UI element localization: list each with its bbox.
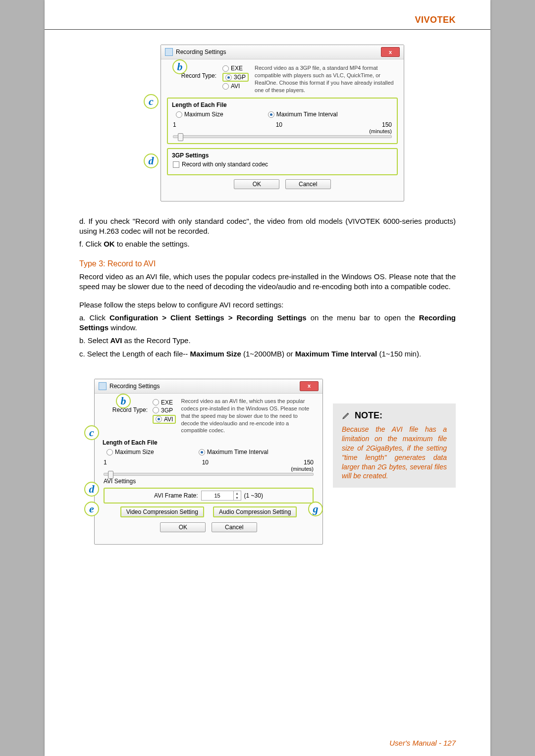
- callout-e: e: [84, 502, 99, 516]
- step-d: d. If you check "Record with only standa…: [79, 216, 456, 237]
- page-footer: User's Manual - 127: [389, 739, 456, 747]
- type3-p2: Please follow the steps below to configu…: [79, 300, 456, 310]
- record-type-exe[interactable]: EXE: [222, 65, 249, 72]
- avi-settings-section: AVI Settings AVI Frame Rate: 15 ▲▼ (1 ~3…: [101, 477, 317, 518]
- record-type-avi[interactable]: AVI: [153, 415, 176, 424]
- step-c: c. Select the Length of each file-- Maxi…: [79, 349, 456, 359]
- note-text: Because the AVI file has a limitation on…: [342, 425, 447, 481]
- callout-b: b: [116, 394, 131, 408]
- close-button[interactable]: x: [381, 47, 400, 57]
- length-slider[interactable]: 110150 (minutes): [104, 459, 314, 476]
- page-header: VIVOTEK: [45, 0, 490, 30]
- record-type-3gp[interactable]: 3GP: [153, 407, 176, 414]
- close-button[interactable]: x: [300, 381, 319, 391]
- record-type-label: Record Type:: [181, 72, 216, 79]
- standard-codec-checkbox[interactable]: Record with only standard codec: [173, 161, 268, 168]
- 3gp-settings-section: 3GP Settings Record with only standard c…: [167, 148, 398, 175]
- dialog-title: Recording Settings: [176, 49, 226, 55]
- callout-d: d: [84, 482, 99, 497]
- pencil-icon: [342, 411, 351, 420]
- video-compression-button[interactable]: Video Compression Setting: [120, 506, 204, 517]
- length-slider[interactable]: 110150 (minutes): [173, 121, 392, 138]
- record-type-exe[interactable]: EXE: [153, 399, 176, 406]
- step-f: f. Click OK to enable the settings.: [79, 239, 456, 249]
- record-type-description: Record video as a 3GP file, a standard M…: [255, 63, 398, 94]
- window-icon: [99, 382, 107, 390]
- window-icon: [165, 48, 173, 56]
- max-time-radio[interactable]: Maximum Time Interval: [268, 111, 338, 118]
- record-type-label: Record Type:: [112, 406, 148, 413]
- record-type-avi[interactable]: AVI: [222, 83, 249, 90]
- callout-g: g: [308, 502, 323, 516]
- max-size-radio[interactable]: Maximum Size: [176, 111, 223, 118]
- avi-title: AVI Settings: [104, 478, 314, 485]
- brand-label: VIVOTEK: [415, 15, 456, 25]
- max-size-radio[interactable]: Maximum Size: [107, 449, 154, 455]
- length-section: Length of Each File Maximum Size Maximum…: [167, 98, 398, 144]
- callout-d: d: [144, 153, 159, 168]
- length-section: Length of Each File Maximum Size Maximum…: [101, 438, 317, 477]
- cancel-button[interactable]: Cancel: [285, 179, 331, 189]
- length-title: Length of Each File: [172, 101, 392, 108]
- callout-c: c: [144, 94, 159, 109]
- step-b: b. Select AVI as the Record Type.: [79, 336, 456, 346]
- dialog-title: Recording Settings: [109, 383, 160, 390]
- ok-button[interactable]: OK: [160, 522, 206, 532]
- ok-button[interactable]: OK: [234, 179, 279, 189]
- length-title: Length of Each File: [103, 439, 314, 446]
- max-time-radio[interactable]: Maximum Time Interval: [199, 449, 268, 455]
- audio-compression-button[interactable]: Audio Compression Setting: [213, 506, 297, 517]
- note-title: NOTE:: [355, 410, 382, 421]
- type3-heading: Type 3: Record to AVI: [79, 258, 456, 269]
- step-a: a. Click Configuration > Client Settings…: [79, 313, 456, 333]
- frame-rate-range: (1 ~30): [244, 492, 263, 499]
- type3-p1: Record video as an AVI file, which uses …: [79, 272, 456, 292]
- record-type-description: Record video as an AVI file, which uses …: [181, 398, 317, 434]
- cancel-button[interactable]: Cancel: [212, 522, 257, 532]
- frame-rate-input[interactable]: 15 ▲▼: [201, 491, 241, 501]
- callout-b: b: [172, 59, 187, 74]
- recording-settings-dialog-3gp: Recording Settings x Record Type: EXE 3G…: [160, 45, 404, 202]
- callout-c: c: [84, 425, 99, 440]
- 3gp-title: 3GP Settings: [172, 152, 392, 159]
- record-type-3gp[interactable]: 3GP: [222, 73, 249, 82]
- frame-rate-label: AVI Frame Rate:: [154, 492, 198, 499]
- note-box: NOTE: Because the AVI file has a limitat…: [333, 403, 456, 488]
